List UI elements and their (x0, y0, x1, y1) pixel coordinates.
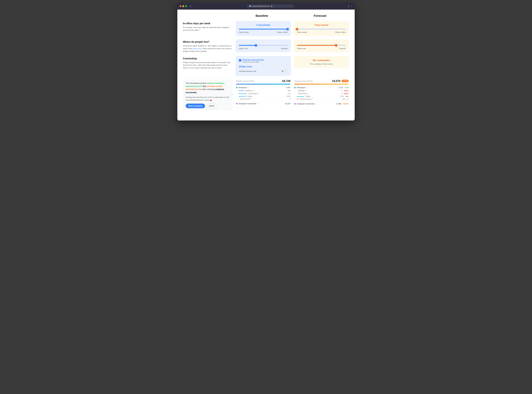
where-live-forecast-card: Urban core Suburbs (294, 39, 349, 52)
forecast-in-office-slider-thumb[interactable] (296, 28, 298, 30)
baseline-in-office-left-label: Fully remote (239, 31, 249, 33)
where-live-desc: Household carbon footprint is ~25% highe… (183, 45, 233, 53)
summary-panel: The forecasted scenario reduces workplac… (183, 79, 233, 111)
reset-button[interactable]: Reset (206, 104, 217, 108)
baseline-where-right-label: Suburbs (281, 47, 288, 50)
main-content: Baseline Forecast In-office days per wee… (177, 10, 355, 120)
forecast-households-dot (294, 103, 296, 104)
baseline-in-office-slider-track (239, 29, 288, 30)
baseline-in-office-slider-fill (239, 29, 288, 30)
forecast-commuting-row: Commuting ⓘ 0 -100% (294, 93, 348, 95)
commuting-info-icon[interactable]: ⓘ (257, 93, 259, 94)
baseline-emissions-title: Baseline annual (tCO2e) (236, 80, 254, 82)
forecast-remote-bar (297, 99, 300, 99)
estimate-auto-label: Estimate automatically Based on census d… (243, 59, 264, 63)
stepper-up[interactable]: ▲ (285, 69, 287, 71)
forecast-emissions-total: 19,570 (332, 79, 340, 83)
forecast-commuting-label: Commuting ⓘ (298, 93, 341, 95)
share-scenario-button[interactable]: Share scenario (186, 104, 205, 108)
share-icon[interactable]: ⬆ (348, 5, 349, 7)
baseline-workplace-value: 2,497 (286, 87, 290, 88)
buildings-info-icon[interactable]: ⓘ (252, 90, 254, 92)
forecast-emissions-bar (294, 84, 348, 85)
forecast-households-info-icon[interactable]: ⓘ (316, 103, 317, 105)
forecast-header: Forecast (291, 14, 349, 18)
households-info-icon[interactable]: ⓘ (257, 103, 259, 104)
forecast-workplace-info-icon[interactable]: ⓘ (306, 87, 308, 88)
where-live-title: Where do people live? (183, 41, 233, 43)
forecast-in-office-value: Fully remote (297, 24, 346, 26)
where-live-link[interactable]: Jones 2013 (193, 47, 202, 50)
browser-nav: ⊞ ‹ (190, 5, 193, 7)
forecast-where-slider-thumb[interactable] (335, 44, 337, 47)
forecast-in-office-right-label: Fully in-office (335, 31, 346, 33)
baseline-workplace-row: Workplace ⓘ 2,497 (236, 87, 290, 89)
bottom-section: The forecasted scenario reduces workplac… (183, 79, 349, 111)
no-commutes-title: No commutes (297, 59, 346, 62)
baseline-where-slider-fill (239, 45, 256, 46)
baseline-commuting-label: Commuting ⓘ (248, 93, 288, 95)
forecast-where-labels: Urban core Suburbs (297, 47, 346, 50)
forecast-remote-row: Remote work ⓘ 254 +∞ (294, 98, 348, 100)
browser-chrome: ⊞ ‹ 🌍 watershedclimate.com 🔒 ⬆ + (177, 3, 355, 10)
forecast-where-slider-track (297, 45, 346, 46)
forecast-workplace-row: Workplace ⓘ 1,572 -37% (294, 87, 348, 89)
estimate-auto-checkbox[interactable]: ✓ (239, 59, 241, 62)
baseline-remote-row: Remote work ⓘ 0 (236, 98, 290, 100)
forecast-buildings-value: 0 (341, 90, 342, 92)
where-live-baseline-card: Urban core Suburbs (235, 39, 291, 52)
action-buttons: Share scenario Reset (186, 104, 230, 108)
commuting-desc: People living the suburbs will have fart… (183, 61, 233, 69)
traffic-lights (179, 5, 187, 7)
maximize-button[interactable] (185, 5, 187, 7)
in-office-forecast-card: Fully remote Fully remote Fully in-offic… (294, 21, 349, 36)
forecast-badge: +4.5% (342, 80, 348, 82)
commuting-row: Commuting People living the suburbs will… (183, 56, 349, 76)
forecast-divider (294, 101, 348, 102)
forecast-buildings-change: -100% (343, 90, 348, 92)
in-office-label: In-office days per week On average, how … (183, 21, 233, 31)
in-office-desc: On average, how many days per week will … (183, 26, 233, 31)
stepper-down[interactable]: ▼ (285, 71, 287, 73)
url-display[interactable]: 🌍 watershedclimate.com 🔒 (247, 5, 294, 8)
workplace-info-icon[interactable]: ⓘ (248, 87, 250, 88)
baseline-emissions-panel: Baseline annual (tCO2e) 18,729 Workplace… (235, 79, 291, 111)
baseline-buildings-label: Buildings ⓘ (245, 90, 288, 92)
baseline-where-left-label: Urban core (239, 47, 248, 50)
estimate-auto-title: Estimate automatically (243, 59, 264, 61)
distance-value[interactable]: 8 (281, 70, 284, 73)
sidebar-toggle-icon[interactable]: ⊞ (190, 5, 191, 7)
forecast-commuting-info-icon[interactable]: ⓘ (307, 93, 308, 94)
commuting-forecast-card: No commutes The company is fully remote. (294, 56, 349, 68)
forecast-remote-info-icon[interactable]: ⓘ (311, 98, 312, 100)
commuting-label: Commuting People living the suburbs will… (183, 56, 233, 69)
distance-label: Average distance (mi) (239, 70, 256, 72)
baseline-in-office-labels: Fully remote Fully in-office (239, 31, 288, 33)
baseline-where-slider-thumb[interactable] (255, 44, 257, 47)
baseline-remote-value: 0 (289, 98, 290, 100)
forecast-remote-label: Remote work ⓘ (301, 98, 342, 100)
back-icon[interactable]: ‹ (192, 5, 193, 7)
header-empty (183, 14, 233, 18)
baseline-in-office-slider-thumb[interactable] (286, 28, 289, 30)
baseline-workplace-label: Workplace ⓘ (239, 87, 286, 89)
remote-info-icon[interactable]: ⓘ (250, 98, 252, 100)
new-tab-icon[interactable]: + (351, 5, 353, 7)
forecast-flights-row: Flights 1,318 +0% (294, 95, 348, 98)
baseline-remote-label: Remote work ⓘ (240, 98, 289, 100)
minimize-button[interactable] (182, 5, 184, 7)
distance-row: Average distance (mi) 8 ▲ ▼ (239, 69, 288, 73)
baseline-header: Baseline (233, 14, 291, 18)
forecast-where-slider-fill (297, 45, 336, 46)
where-live-label: Where do people live? Household carbon f… (183, 39, 233, 53)
baseline-buildings-value: 466 (288, 90, 290, 92)
close-button[interactable] (179, 5, 181, 7)
forecast-workplace-value: 1,572 (338, 87, 343, 88)
forecast-in-office-labels: Fully remote Fully in-office (297, 31, 346, 33)
commuting-bar (239, 93, 247, 94)
distance-stepper: ▲ ▼ (285, 69, 288, 73)
baseline-buildings-row: Buildings ⓘ 466 (236, 90, 290, 92)
forecast-buildings-info-icon[interactable]: ⓘ (305, 90, 307, 92)
forecast-emissions-panel: Forecast annual (tCO2e) 19,570 +4.5% Wor… (294, 79, 349, 111)
workplace-dot (236, 87, 237, 88)
